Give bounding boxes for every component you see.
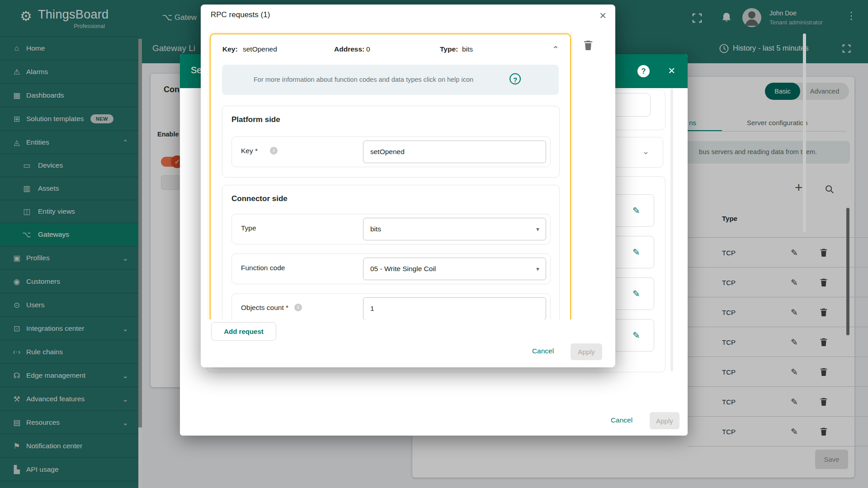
- type-summary-label: Type:: [440, 45, 458, 53]
- function-codes-banner: For more information about function code…: [222, 65, 559, 95]
- modal-apply-button[interactable]: Apply: [571, 343, 602, 360]
- modal-close-icon[interactable]: ×: [599, 9, 606, 21]
- function-code-row: Function code 05 - Write Single Coil ▾: [231, 253, 551, 284]
- info-icon[interactable]: i: [294, 304, 302, 311]
- type-select-value: bits: [370, 225, 381, 233]
- type-summary-value: bits: [462, 45, 473, 53]
- key-summary-label: Key:: [222, 45, 238, 53]
- modal-scrollbar-thumb[interactable]: [803, 33, 806, 232]
- modal-cancel-button[interactable]: Cancel: [527, 347, 559, 355]
- platform-side-group: Platform side Key * i setOpened: [222, 106, 560, 178]
- type-field-row: Type bits ▾: [231, 214, 551, 244]
- rpc-requests-modal: RPC requests (1) × Key: setOpened Addres…: [201, 5, 615, 367]
- objects-count-input[interactable]: 1: [363, 297, 546, 319]
- platform-side-title: Platform side: [231, 115, 280, 124]
- add-request-button[interactable]: Add request: [211, 322, 276, 341]
- edit-icon[interactable]: ✎: [632, 288, 640, 299]
- type-select[interactable]: bits ▾: [363, 218, 546, 240]
- delete-request-icon[interactable]: [583, 40, 593, 51]
- app-root: ⌥ Gatew John Doe Tenant administrator ⋮ …: [0, 0, 868, 488]
- chevron-down-icon: ⌄: [642, 146, 649, 156]
- key-summary-value: setOpened: [243, 45, 277, 53]
- info-icon[interactable]: i: [270, 147, 278, 155]
- connector-side-title: Connector side: [231, 194, 288, 203]
- key-field-row: Key * i setOpened: [231, 136, 551, 167]
- help-icon[interactable]: ?: [509, 73, 521, 84]
- type-field-label: Type: [241, 224, 256, 232]
- dialog-close-icon[interactable]: ×: [668, 65, 675, 76]
- connector-side-group: Connector side Type bits ▾ Function code…: [222, 185, 560, 319]
- dialog-apply-button[interactable]: Apply: [650, 412, 679, 429]
- dialog-help-icon[interactable]: ?: [637, 65, 650, 77]
- objects-count-label: Objects count *: [241, 304, 288, 312]
- key-field-label: Key *: [241, 147, 258, 155]
- rpc-request-card: Key: setOpened Address: 0 Type: bits ⌃ F…: [210, 33, 571, 319]
- function-code-label: Function code: [241, 264, 285, 272]
- collapse-request-icon[interactable]: ⌃: [552, 44, 559, 55]
- edit-icon[interactable]: ✎: [632, 247, 640, 258]
- modal-scroll-viewport: Key: setOpened Address: 0 Type: bits ⌃ F…: [201, 29, 608, 319]
- address-summary-label: Address:: [334, 45, 364, 53]
- dialog-cancel-button[interactable]: Cancel: [606, 416, 637, 424]
- address-summary-value: 0: [366, 45, 370, 53]
- dialog-title: Se: [191, 65, 202, 75]
- edit-icon[interactable]: ✎: [632, 205, 640, 216]
- dialog-scrollbar-track[interactable]: [670, 89, 673, 371]
- key-input[interactable]: setOpened: [363, 141, 546, 163]
- edit-icon[interactable]: ✎: [632, 330, 640, 341]
- banner-text: For more information about function code…: [254, 76, 473, 83]
- function-code-select[interactable]: 05 - Write Single Coil ▾: [363, 258, 546, 280]
- function-code-value: 05 - Write Single Coil: [370, 265, 436, 273]
- caret-down-icon: ▾: [536, 265, 539, 272]
- objects-count-row: Objects count * i 1: [231, 293, 551, 319]
- caret-down-icon: ▾: [536, 225, 539, 233]
- modal-title: RPC requests (1): [211, 10, 270, 19]
